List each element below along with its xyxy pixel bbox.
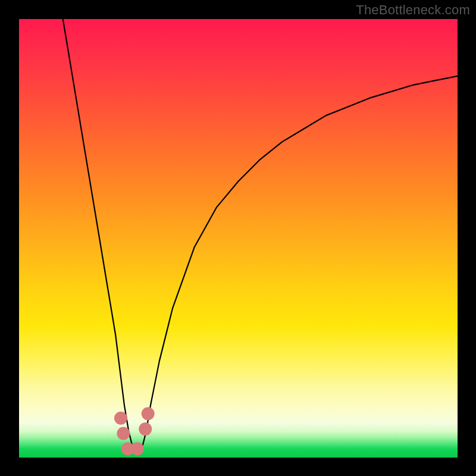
marker-valley-right xyxy=(131,442,144,455)
marker-left-knee-b xyxy=(117,427,130,440)
plot-area xyxy=(19,19,458,458)
marker-group xyxy=(114,407,155,455)
curve-svg xyxy=(19,19,458,458)
marker-left-knee-a xyxy=(114,412,127,425)
outer-frame: TheBottleneck.com xyxy=(0,0,476,476)
watermark-text: TheBottleneck.com xyxy=(356,2,470,18)
bottleneck-curve xyxy=(63,19,458,453)
marker-right-knee-a xyxy=(139,422,152,436)
marker-right-knee-b xyxy=(142,407,155,420)
